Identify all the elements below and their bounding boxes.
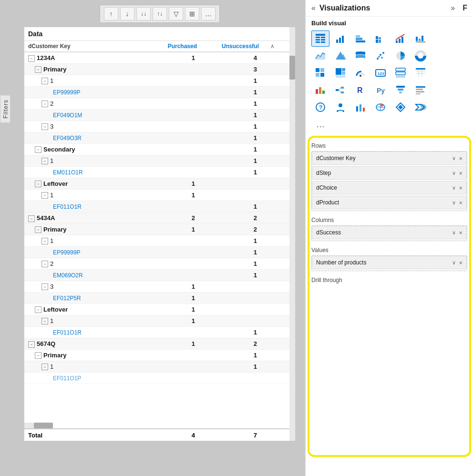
field-close-dcustomer-key[interactable]: × [459,155,463,162]
funnel-chart-icon[interactable] [391,82,410,98]
field-chevron-number-of-products[interactable]: ∨ [452,260,456,266]
table-row[interactable]: −Primary 1 [24,350,295,361]
table-row[interactable]: −1 1 [24,75,295,87]
key-influencers-icon[interactable] [331,99,350,115]
field-chevron-dproduct[interactable]: ∨ [452,200,456,206]
vertical-scrollbar[interactable] [289,27,295,441]
sort-all-desc-button[interactable]: ↓↓ [136,7,151,20]
expand-icon[interactable]: − [35,352,41,359]
bar-chart-icon[interactable] [331,30,350,47]
table-row[interactable]: −2 1 [24,258,295,270]
field-chevron-dchoice[interactable]: ∨ [452,185,456,191]
expand-icon[interactable]: − [28,55,35,62]
col-unsuccessful-header[interactable]: Unsuccessful [201,43,263,50]
table-row[interactable]: −3 1 [24,281,295,293]
ribbon-chart-icon[interactable] [351,48,370,64]
expand-icon[interactable]: − [41,123,48,130]
diamond-icon[interactable] [391,99,410,115]
table-row[interactable]: −1 1 [24,361,295,373]
table-row[interactable]: EF012P5R 1 [24,293,295,304]
table-row[interactable]: EF049O3R 1 [24,132,295,144]
expand-button[interactable]: ⊞ [185,7,199,20]
field-item-dstep[interactable]: dStep ∨ × [312,166,467,180]
horizontal-scrollbar[interactable] [24,423,53,428]
table-row[interactable]: −1234A 1 4 [24,52,295,64]
line-bar-combo-icon[interactable] [391,30,410,47]
field-chevron-dsuccess[interactable]: ∨ [452,230,456,236]
smart-narrative-icon[interactable] [411,82,430,98]
expand-icon[interactable]: − [41,364,48,370]
table-chart-icon[interactable] [311,30,329,47]
table-row[interactable]: EF011O1P [24,373,295,384]
expand-icon[interactable]: − [41,238,48,244]
sort-desc-button[interactable]: ↓ [120,7,134,20]
expand-icon[interactable]: − [41,158,48,164]
sort-all-asc-button[interactable]: ↑↓ [153,7,167,20]
expand-right-icon[interactable]: » [451,4,455,12]
bar-chart-2-icon[interactable] [351,99,370,115]
decomp-tree-icon[interactable] [331,82,350,98]
r-visual-icon[interactable]: R [351,82,370,98]
table-row[interactable]: EP99999P 1 [24,247,295,258]
field-item-dcustomer-key[interactable]: dCustomer Key ∨ × [312,152,467,165]
expand-icon[interactable]: − [41,284,48,290]
table-row[interactable]: EF011O1R 1 [24,327,295,338]
sort-asc-button[interactable]: ↑ [104,7,118,20]
col-key-header[interactable]: dCustomer Key [24,43,139,50]
donut-chart-icon[interactable] [411,48,430,64]
field-close-dproduct[interactable]: × [459,199,463,206]
table-row[interactable]: −1 1 [24,155,295,167]
expand-icon[interactable]: − [41,101,48,107]
table-row[interactable]: −2 1 [24,98,295,110]
table-row[interactable]: −Primary 1 2 [24,224,295,235]
field-item-dchoice[interactable]: dChoice ∨ × [312,181,467,194]
expand-icon[interactable]: − [41,318,48,324]
table-row[interactable]: EF049O1M 1 [24,110,295,121]
expand-icon[interactable]: − [35,66,41,73]
card-icon[interactable]: 123 [371,65,390,81]
horizontal-scrollbar-thumb[interactable] [34,423,53,428]
scatter-plot-icon[interactable] [371,48,390,64]
area-chart-icon[interactable] [311,48,329,64]
field-chevron-dstep[interactable]: ∨ [452,170,456,176]
more-options-icon[interactable]: F [463,4,467,12]
more-button[interactable]: … [201,7,216,20]
values-drop-zone[interactable]: Number of products ∨ × [311,255,467,271]
field-close-dstep[interactable]: × [459,170,463,177]
table-row[interactable]: EM011O1R 1 [24,167,295,178]
mountain-chart-icon[interactable] [331,48,350,64]
table-row[interactable]: −1 1 [24,315,295,327]
columns-drop-zone[interactable]: dSuccess ∨ × [311,225,467,241]
table-row[interactable]: −1 1 [24,235,295,247]
heat-map-icon[interactable] [311,65,329,81]
table-row[interactable]: −5434A 2 2 [24,213,295,224]
field-item-dproduct[interactable]: dProduct ∨ × [312,196,467,209]
waterfall-icon[interactable] [411,30,430,47]
table-row[interactable]: EP99999P 1 [24,87,295,98]
python-visual-icon[interactable]: Py [371,82,390,98]
table-row[interactable]: −Primary 3 [24,64,295,75]
expand-icon[interactable]: − [35,181,41,187]
matrix-icon[interactable] [411,65,430,81]
expand-icon[interactable]: − [41,261,48,267]
clustered-bar-icon[interactable] [371,30,390,47]
field-item-dsuccess[interactable]: dSuccess ∨ × [312,226,467,239]
expand-icon[interactable]: − [28,215,35,222]
treemap-icon[interactable] [331,65,350,81]
field-chevron-dcustomer-key[interactable]: ∨ [452,155,456,162]
table-row[interactable]: EF011O1R 1 [24,201,295,213]
expand-icon[interactable]: − [35,146,41,153]
collapse-left-icon[interactable]: « [311,4,316,12]
qa-icon[interactable]: ? [311,99,329,115]
table-row[interactable]: EM069O2R 1 [24,270,295,281]
error-bar-icon[interactable] [311,82,329,98]
stacked-bar-icon[interactable] [351,30,370,47]
scrollbar-thumb[interactable] [289,56,295,80]
expand-icon[interactable]: − [41,192,48,199]
chevron-chart-icon[interactable] [411,99,430,115]
table-row[interactable]: −Leftover 1 [24,178,295,190]
field-item-number-of-products[interactable]: Number of products ∨ × [312,256,467,269]
expand-icon[interactable]: − [41,78,48,84]
table-row[interactable]: −Secondary 1 [24,144,295,155]
field-close-dchoice[interactable]: × [459,184,463,192]
